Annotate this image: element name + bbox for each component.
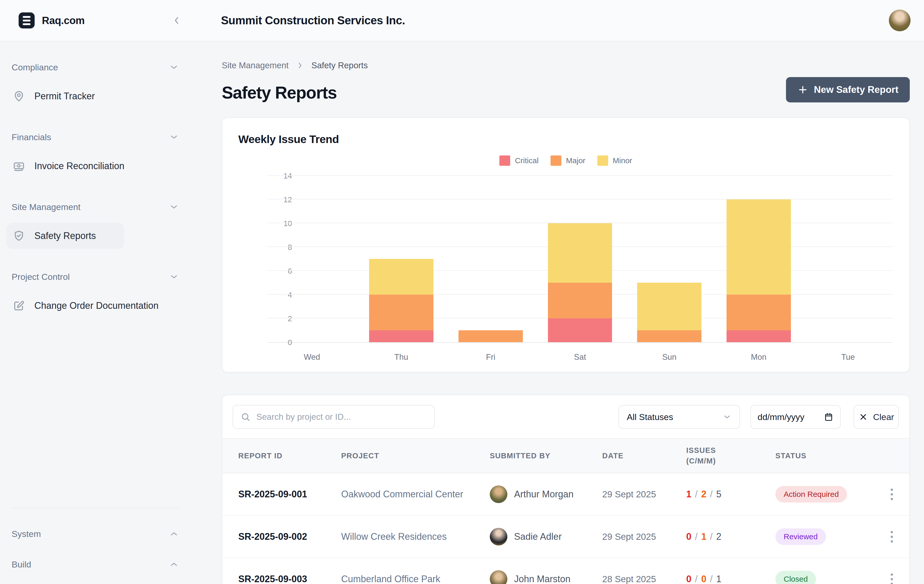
- status-filter-select[interactable]: All Statuses: [619, 405, 740, 429]
- issues-count: 0/1/2: [686, 531, 776, 542]
- chevron-right-icon: [295, 61, 305, 70]
- new-safety-report-label: New Safety Report: [814, 84, 898, 95]
- weekly-issue-trend-card: Weekly Issue Trend Critical Major Minor …: [222, 117, 910, 372]
- sidebar-section-header-system[interactable]: System: [12, 529, 179, 539]
- minor-count: 1: [716, 574, 721, 584]
- search-box[interactable]: [233, 405, 435, 429]
- section-label: System: [12, 529, 41, 539]
- plus-icon: [797, 84, 808, 95]
- legend-entry-minor: Minor: [597, 156, 632, 166]
- chevron-down-icon: [723, 412, 732, 422]
- section-label: Compliance: [12, 62, 58, 73]
- row-menu-button[interactable]: [881, 485, 902, 504]
- legend-entry-critical: Critical: [499, 156, 539, 166]
- submitter-avatar: [490, 528, 507, 546]
- project-name: Cumberland Office Park: [341, 574, 490, 584]
- sidebar-item-label: Invoice Reconciliation: [35, 160, 124, 172]
- user-avatar[interactable]: [889, 10, 911, 31]
- report-id: SR-2025-09-001: [238, 489, 341, 500]
- shield-check-icon: [13, 230, 25, 242]
- sidebar-section-header-site-management[interactable]: Site Management: [12, 202, 179, 212]
- breadcrumb: Site Management Safety Reports: [222, 61, 910, 70]
- chart-legend: Critical Major Minor: [238, 156, 893, 166]
- major-count: 0: [701, 574, 706, 584]
- search-icon: [240, 412, 251, 422]
- row-menu-button[interactable]: [881, 570, 902, 584]
- chart-plot: 02468101214 WedThuFriSatSunMonTue: [238, 176, 893, 360]
- sidebar-section-header-project-control[interactable]: Project Control: [12, 271, 179, 282]
- sidebar-section-header-compliance[interactable]: Compliance: [12, 62, 179, 73]
- sidebar-section-financials: Financials Invoice Reconciliation: [0, 132, 193, 179]
- chevron-down-icon: [169, 62, 179, 73]
- section-label: Project Control: [12, 272, 70, 282]
- sidebar-section-header-build[interactable]: Build: [12, 559, 179, 569]
- legend-entry-major: Major: [551, 156, 586, 166]
- project-name: Oakwood Commercial Center: [341, 489, 490, 500]
- column-header-issues: Issues (C/M/M): [686, 445, 746, 466]
- major-count: 2: [701, 489, 706, 500]
- pencil-square-icon: [13, 299, 25, 312]
- column-header-project: Project: [341, 450, 490, 461]
- page-title: Safety Reports: [222, 83, 337, 103]
- calendar-icon: [824, 412, 833, 422]
- submitter-name: Sadie Adler: [514, 531, 562, 542]
- sidebar-item-invoice-reconciliation[interactable]: Invoice Reconciliation: [7, 153, 124, 179]
- x-icon: [859, 412, 868, 422]
- chevron-up-icon: [169, 529, 179, 539]
- legend-label: Critical: [515, 156, 539, 165]
- submitter-avatar: [490, 570, 507, 584]
- minor-count: 5: [716, 489, 721, 500]
- chevron-down-icon: [169, 132, 179, 142]
- sidebar-section-compliance: Compliance Permit Tracker: [0, 62, 193, 109]
- date-filter-input[interactable]: dd/mm/yyyy: [750, 405, 841, 429]
- critical-count: 1: [686, 489, 691, 500]
- row-menu-button[interactable]: [881, 527, 902, 546]
- issues-count: 1/2/5: [686, 489, 776, 500]
- company-title: Summit Construction Services Inc.: [193, 14, 889, 27]
- minor-count: 2: [716, 531, 721, 542]
- report-id: SR-2025-09-002: [238, 531, 341, 542]
- project-name: Willow Creek Residences: [341, 531, 490, 542]
- legend-swatch-critical: [499, 156, 510, 166]
- chart-bars: [267, 176, 893, 342]
- report-date: 28 Sept 2025: [602, 574, 686, 584]
- table-row[interactable]: SR-2025-09-001 Oakwood Commercial Center…: [222, 473, 909, 516]
- brand-logo-icon: [18, 12, 35, 28]
- report-date: 29 Sept 2025: [602, 531, 686, 542]
- safety-reports-table-card: All Statuses dd/mm/yyyy Clear Report ID …: [222, 395, 910, 584]
- table-row[interactable]: SR-2025-09-002 Willow Creek Residences S…: [222, 516, 909, 558]
- sidebar-section-project-control: Project Control Change Order Documentati…: [0, 271, 193, 319]
- sidebar-item-safety-reports[interactable]: Safety Reports: [7, 223, 124, 249]
- breadcrumb-current: Safety Reports: [312, 61, 368, 70]
- breadcrumb-parent[interactable]: Site Management: [222, 61, 289, 70]
- section-label: Site Management: [12, 202, 81, 212]
- sidebar-section-site-management: Site Management Safety Reports: [0, 202, 193, 249]
- table-header-row: Report ID Project Submitted by Date Issu…: [222, 438, 909, 473]
- sidebar: Compliance Permit Tracker Financials Inv…: [0, 42, 193, 584]
- sidebar-collapse-button[interactable]: [171, 15, 182, 26]
- submitter-name: Arthur Morgan: [514, 489, 574, 500]
- status-badge: Action Required: [776, 486, 847, 503]
- table-row[interactable]: SR-2025-09-003 Cumberland Office Park Jo…: [222, 558, 909, 584]
- status-filter-value: All Statuses: [627, 412, 673, 422]
- map-pin-icon: [13, 90, 25, 103]
- legend-swatch-major: [551, 156, 561, 166]
- sidebar-item-label: Change Order Documentation: [35, 300, 158, 311]
- issues-count: 0/0/1: [686, 574, 776, 584]
- clear-filters-button[interactable]: Clear: [854, 405, 899, 429]
- chevron-up-icon: [169, 559, 179, 569]
- new-safety-report-button[interactable]: New Safety Report: [786, 77, 910, 103]
- search-input[interactable]: [256, 412, 427, 422]
- status-badge: Closed: [776, 571, 816, 584]
- column-header-date: Date: [602, 450, 686, 461]
- legend-label: Minor: [613, 156, 632, 165]
- chevron-down-icon: [169, 271, 179, 282]
- sidebar-item-permit-tracker[interactable]: Permit Tracker: [7, 83, 124, 109]
- section-label: Financials: [12, 132, 51, 142]
- sidebar-section-header-financials[interactable]: Financials: [12, 132, 179, 142]
- sidebar-item-change-order-documentation[interactable]: Change Order Documentation: [7, 293, 124, 319]
- banknote-icon: [13, 160, 25, 172]
- brand-name: Raq.com: [42, 15, 84, 26]
- report-date: 29 Sept 2025: [602, 489, 686, 500]
- sidebar-item-label: Safety Reports: [35, 230, 96, 241]
